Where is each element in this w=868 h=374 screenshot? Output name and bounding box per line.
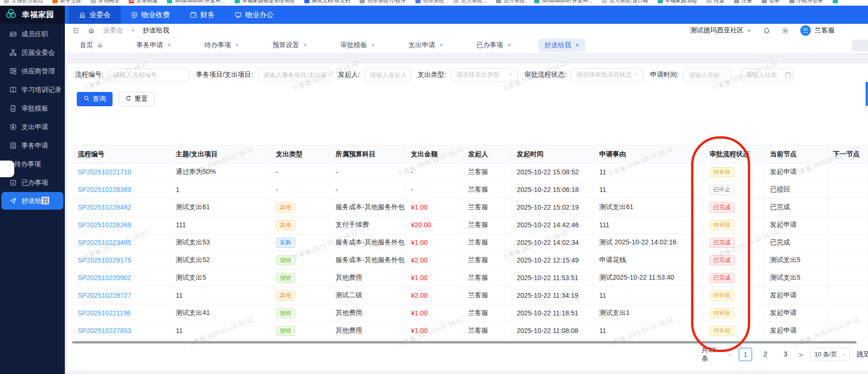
process-no-link[interactable]: SP202510227853 [78, 327, 131, 334]
cell-process-no: SP202510228389 [72, 181, 170, 199]
bookmark-item[interactable]: 幸福家园物业管理系统 [235, 0, 295, 4]
sidebar-item[interactable]: 审批模板 [0, 99, 65, 118]
bookmark-item[interactable] [833, 0, 840, 3]
bookmark-label: 幸福家园-bug [665, 0, 697, 4]
expense-type-select[interactable]: 请选择支出类型 [451, 68, 517, 81]
filter-label-initiator: 发起人: [338, 71, 360, 79]
bookmark-item[interactable]: JD 京东商城 [129, 0, 157, 4]
user-menu[interactable]: 兰 兰客服 [800, 25, 835, 36]
collapse-sidebar-icon[interactable] [72, 27, 80, 34]
main-area: 业委会 > 抄送给我 测试德玛西亚社区 兰 兰客服 首页 [65, 24, 868, 374]
tab[interactable]: 预算设置 × [266, 39, 313, 52]
bookmark-favicon [360, 0, 365, 3]
tab-close-icon[interactable]: × [439, 42, 443, 48]
sidebar-item[interactable]: 供应商管理 [0, 62, 65, 81]
tab[interactable]: 待办事项 × [198, 39, 246, 52]
page-number[interactable]: 2 [759, 348, 772, 361]
tab[interactable]: 审批模板 × [334, 39, 382, 52]
process-no-link[interactable]: SP202510221710 [78, 168, 131, 176]
bookmark-favicon [235, 0, 240, 3]
bookmark-item[interactable]: 新手上路 [52, 0, 81, 4]
page-size-select[interactable]: 10 条/页 [810, 348, 850, 361]
initiator-input[interactable] [365, 68, 411, 81]
search-button[interactable]: 查询 [77, 92, 113, 106]
process-no-link[interactable]: SP202510228389 [78, 186, 131, 193]
gear-icon[interactable] [782, 27, 789, 34]
cell-time: 2025-10-22 14:42:46 [511, 216, 593, 234]
topnav-item-label: 业委会 [89, 10, 111, 20]
column-header: 发起人 [462, 146, 511, 163]
status-select[interactable]: 请选择审批流程状态 [571, 68, 643, 81]
horizontal-scrollbar[interactable] [72, 341, 857, 344]
tab-close-icon[interactable]: × [507, 42, 511, 48]
bookmark-label: 大强官方知点 [11, 0, 43, 4]
cell-time: 2025-10-22 11:08:08 [511, 322, 593, 340]
sidebar-item[interactable]: 事务申请 [0, 136, 65, 155]
sidebar-item[interactable]: 支出申请 [0, 118, 65, 136]
topnav-item[interactable]: 业委会 [69, 6, 121, 24]
tab[interactable]: 已办事项 × [470, 39, 517, 52]
bookmark-item[interactable]: 腾讯文档-双文档 [304, 0, 351, 4]
tab-close-icon[interactable]: × [303, 42, 307, 48]
tab[interactable]: 首页 [73, 39, 109, 52]
calendar-icon[interactable] [783, 71, 791, 78]
community-selector[interactable]: 测试德玛西亚社区 [690, 26, 752, 35]
vertical-scrollbar-thumb[interactable] [866, 82, 868, 106]
sidebar-item[interactable]: 历届业委会 [0, 43, 65, 62]
bookmark-item[interactable]: 常用网址 [91, 0, 119, 4]
topnav-item[interactable]: 物业收费 [121, 6, 180, 24]
sidebar-item[interactable]: 学习培训记录 [0, 81, 65, 99]
cell-next-node [827, 269, 868, 287]
bookmark-item[interactable]: 大强官方知点 [4, 0, 43, 4]
tab[interactable]: 支出申请 × [402, 39, 449, 52]
bookmark-item[interactable]: SmartAdmin 开发环... [167, 0, 225, 4]
bookmark-label: 注册 [742, 0, 752, 4]
home-icon[interactable] [88, 27, 95, 34]
project-input[interactable] [258, 68, 331, 81]
bookmark-item[interactable]: 后方系统 [496, 0, 525, 4]
sidebar-item[interactable]: 抄送给我 [1, 192, 63, 210]
breadcrumb-parent[interactable]: 业委会 [103, 26, 123, 35]
tab-overflow[interactable] [852, 40, 868, 51]
process-no-link[interactable]: SP202510221196 [78, 309, 131, 317]
page-number[interactable]: 1 [739, 348, 752, 361]
bookmark-item[interactable]: 任途 [706, 0, 724, 4]
page-number[interactable]: 3 [779, 348, 792, 361]
next-page-icon[interactable]: > [799, 351, 803, 359]
process-no-link[interactable]: SP202510228727 [78, 292, 131, 299]
tab[interactable]: 抄送给我 × [538, 39, 586, 52]
process-no-input[interactable] [108, 68, 189, 81]
process-no-link[interactable]: SP202510223485 [78, 239, 131, 246]
reset-button[interactable]: 重置 [119, 92, 155, 106]
bookmark-item[interactable]: 幸福家园-bug [658, 0, 697, 4]
bookmark-item[interactable]: 伯乐系统 [415, 0, 444, 4]
tab-close-icon[interactable]: × [576, 42, 579, 48]
cell-reason: 111 [593, 216, 703, 234]
process-no-link[interactable]: SP202510220902 [78, 274, 131, 282]
process-no-link[interactable]: SP202510229175 [78, 256, 131, 264]
tab-close-icon[interactable]: × [167, 42, 171, 48]
tab-close-icon[interactable]: × [372, 42, 375, 48]
process-no-link[interactable]: SP202510226269 [78, 221, 131, 229]
sidebar-item[interactable]: 成员任职 [0, 25, 65, 43]
bookmark-item[interactable]: 小程序登录 [789, 0, 823, 4]
tab-close-icon[interactable]: × [236, 42, 239, 48]
cell-status: 待审批 [703, 163, 764, 181]
cell-next-node [827, 304, 868, 322]
process-no-link[interactable]: SP202510228482 [78, 203, 131, 211]
tab[interactable]: 事务申请 × [130, 39, 177, 52]
bookmark-item[interactable]: 伯乐系统-小程序 [360, 0, 406, 4]
bookmark-item[interactable]: 登录 [762, 0, 780, 4]
bookmark-item[interactable]: 注册 [734, 0, 752, 4]
start-date-input[interactable] [683, 68, 731, 81]
bookmark-item[interactable]: 后方系统-设计稿 [602, 0, 648, 4]
bookmark-item[interactable]: 后方系统... [454, 0, 486, 4]
prev-page-icon[interactable]: < [728, 351, 732, 359]
cell-status: 已完成 [703, 234, 764, 252]
cell-next-node [827, 252, 868, 269]
brand[interactable]: 幸福家园 [0, 6, 65, 24]
bookmark-item[interactable]: SmartAdmin 开发环... [534, 0, 592, 4]
topnav-item[interactable]: 财务 [180, 6, 225, 24]
bell-icon[interactable] [763, 27, 770, 34]
topnav-item[interactable]: 物业办公 [225, 6, 284, 24]
